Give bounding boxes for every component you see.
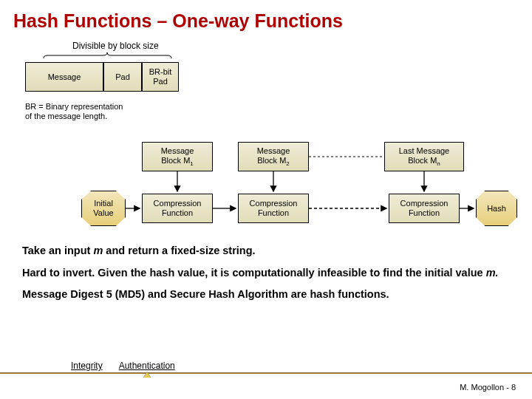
top-row: Message Pad BR-bit Pad [25, 62, 519, 92]
desc-3: Message Digest 5 (MD5) and Secure Hash A… [22, 287, 514, 302]
brace-icon [43, 52, 172, 59]
cn-l1: Compression [400, 199, 449, 208]
pad-box: Pad [103, 62, 142, 92]
compress-1: Compression Function [142, 194, 213, 223]
mn-l2a: Block M [408, 156, 437, 165]
m1-l2a: Block M [161, 156, 190, 165]
desc-1: Take an input m and return a fixed-size … [22, 244, 514, 259]
footer-author: M. Mogollon - 8 [460, 383, 516, 392]
authentication-link[interactable]: Authentication [119, 361, 175, 371]
m1-l1: Message [161, 146, 194, 155]
msg-block-n: Last Message Block Mn [384, 142, 464, 171]
bottom-bar: Integrity Authentication [0, 361, 532, 374]
c1-l2: Function [162, 208, 193, 217]
mn-l1: Last Message [399, 146, 449, 155]
iv-l1: Initial [94, 199, 113, 208]
c1-l1: Compression [154, 199, 202, 208]
triangle-icon [143, 372, 151, 378]
m2-sub: 2 [286, 160, 289, 167]
message-box: Message [25, 62, 103, 92]
hash-label: Hash [487, 204, 506, 214]
m1-sub: 1 [190, 160, 193, 167]
msg-block-1: Message Block M1 [142, 142, 213, 171]
compress-2: Compression Function [238, 194, 309, 223]
hash-octagon: Hash [476, 191, 517, 226]
mn-sub: n [437, 160, 440, 167]
c2-l1: Compression [250, 199, 298, 208]
initial-value-octagon: Initial Value [81, 191, 126, 226]
divisible-group: Divisible by block size [43, 41, 519, 59]
m2-l2a: Block M [257, 156, 286, 165]
bottom-line [0, 372, 532, 374]
br-line1: BR-bit [149, 67, 172, 76]
c2-l2: Function [258, 208, 289, 217]
br-note: BR = Binary representation of the messag… [25, 102, 129, 121]
msg-block-2: Message Block M2 [238, 142, 309, 171]
integrity-link[interactable]: Integrity [71, 361, 103, 371]
br-line2: Pad [153, 77, 168, 86]
iv-l2: Value [93, 208, 113, 217]
desc-2: Hard to invert. Given the hash value, it… [22, 266, 514, 281]
compress-n: Compression Function [389, 194, 460, 223]
slide-title: Hash Functions – One-way Functions [13, 10, 519, 32]
cn-l2: Function [409, 208, 440, 217]
br-bit-pad-box: BR-bit Pad [142, 62, 179, 92]
divisible-label: Divisible by block size [72, 41, 519, 51]
description-block: Take an input m and return a fixed-size … [22, 244, 514, 310]
m2-l1: Message [257, 146, 290, 155]
